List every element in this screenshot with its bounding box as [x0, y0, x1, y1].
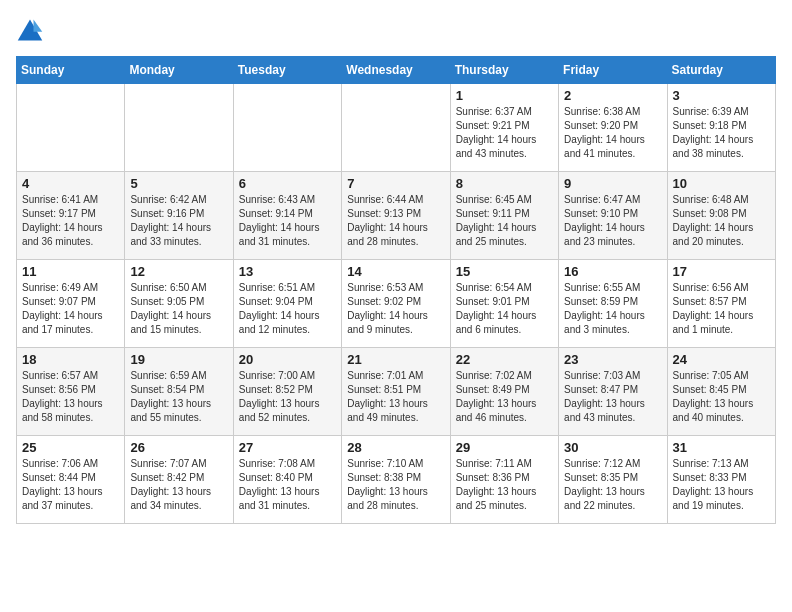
- calendar-cell: 27Sunrise: 7:08 AM Sunset: 8:40 PM Dayli…: [233, 436, 341, 524]
- calendar-cell: [17, 84, 125, 172]
- calendar-cell: 1Sunrise: 6:37 AM Sunset: 9:21 PM Daylig…: [450, 84, 558, 172]
- calendar-cell: 10Sunrise: 6:48 AM Sunset: 9:08 PM Dayli…: [667, 172, 775, 260]
- calendar-cell: [233, 84, 341, 172]
- day-header-monday: Monday: [125, 57, 233, 84]
- day-number: 6: [239, 176, 336, 191]
- calendar-cell: 30Sunrise: 7:12 AM Sunset: 8:35 PM Dayli…: [559, 436, 667, 524]
- calendar-body: 1Sunrise: 6:37 AM Sunset: 9:21 PM Daylig…: [17, 84, 776, 524]
- day-info: Sunrise: 6:37 AM Sunset: 9:21 PM Dayligh…: [456, 105, 553, 161]
- day-header-friday: Friday: [559, 57, 667, 84]
- calendar-cell: 28Sunrise: 7:10 AM Sunset: 8:38 PM Dayli…: [342, 436, 450, 524]
- day-number: 10: [673, 176, 770, 191]
- calendar-cell: 9Sunrise: 6:47 AM Sunset: 9:10 PM Daylig…: [559, 172, 667, 260]
- calendar-cell: 4Sunrise: 6:41 AM Sunset: 9:17 PM Daylig…: [17, 172, 125, 260]
- day-number: 7: [347, 176, 444, 191]
- calendar-cell: 5Sunrise: 6:42 AM Sunset: 9:16 PM Daylig…: [125, 172, 233, 260]
- calendar-week-2: 4Sunrise: 6:41 AM Sunset: 9:17 PM Daylig…: [17, 172, 776, 260]
- day-number: 11: [22, 264, 119, 279]
- day-info: Sunrise: 6:59 AM Sunset: 8:54 PM Dayligh…: [130, 369, 227, 425]
- day-info: Sunrise: 6:55 AM Sunset: 8:59 PM Dayligh…: [564, 281, 661, 337]
- day-number: 19: [130, 352, 227, 367]
- day-info: Sunrise: 6:51 AM Sunset: 9:04 PM Dayligh…: [239, 281, 336, 337]
- day-info: Sunrise: 6:39 AM Sunset: 9:18 PM Dayligh…: [673, 105, 770, 161]
- calendar-cell: 15Sunrise: 6:54 AM Sunset: 9:01 PM Dayli…: [450, 260, 558, 348]
- calendar-week-5: 25Sunrise: 7:06 AM Sunset: 8:44 PM Dayli…: [17, 436, 776, 524]
- day-info: Sunrise: 6:57 AM Sunset: 8:56 PM Dayligh…: [22, 369, 119, 425]
- calendar-cell: 24Sunrise: 7:05 AM Sunset: 8:45 PM Dayli…: [667, 348, 775, 436]
- day-info: Sunrise: 6:45 AM Sunset: 9:11 PM Dayligh…: [456, 193, 553, 249]
- day-info: Sunrise: 7:11 AM Sunset: 8:36 PM Dayligh…: [456, 457, 553, 513]
- day-number: 28: [347, 440, 444, 455]
- calendar-cell: 29Sunrise: 7:11 AM Sunset: 8:36 PM Dayli…: [450, 436, 558, 524]
- day-info: Sunrise: 7:01 AM Sunset: 8:51 PM Dayligh…: [347, 369, 444, 425]
- day-number: 2: [564, 88, 661, 103]
- day-info: Sunrise: 6:48 AM Sunset: 9:08 PM Dayligh…: [673, 193, 770, 249]
- day-number: 23: [564, 352, 661, 367]
- day-number: 12: [130, 264, 227, 279]
- day-number: 3: [673, 88, 770, 103]
- day-header-wednesday: Wednesday: [342, 57, 450, 84]
- day-number: 30: [564, 440, 661, 455]
- calendar-cell: 20Sunrise: 7:00 AM Sunset: 8:52 PM Dayli…: [233, 348, 341, 436]
- day-info: Sunrise: 6:53 AM Sunset: 9:02 PM Dayligh…: [347, 281, 444, 337]
- day-info: Sunrise: 7:12 AM Sunset: 8:35 PM Dayligh…: [564, 457, 661, 513]
- day-number: 26: [130, 440, 227, 455]
- calendar-header: SundayMondayTuesdayWednesdayThursdayFrid…: [17, 57, 776, 84]
- day-number: 25: [22, 440, 119, 455]
- page-header: [16, 16, 776, 44]
- calendar-cell: 12Sunrise: 6:50 AM Sunset: 9:05 PM Dayli…: [125, 260, 233, 348]
- day-number: 24: [673, 352, 770, 367]
- day-number: 22: [456, 352, 553, 367]
- calendar-table: SundayMondayTuesdayWednesdayThursdayFrid…: [16, 56, 776, 524]
- calendar-cell: 11Sunrise: 6:49 AM Sunset: 9:07 PM Dayli…: [17, 260, 125, 348]
- calendar-cell: [125, 84, 233, 172]
- calendar-cell: 13Sunrise: 6:51 AM Sunset: 9:04 PM Dayli…: [233, 260, 341, 348]
- calendar-cell: 17Sunrise: 6:56 AM Sunset: 8:57 PM Dayli…: [667, 260, 775, 348]
- calendar-cell: [342, 84, 450, 172]
- day-number: 27: [239, 440, 336, 455]
- day-info: Sunrise: 7:06 AM Sunset: 8:44 PM Dayligh…: [22, 457, 119, 513]
- day-number: 16: [564, 264, 661, 279]
- calendar-cell: 18Sunrise: 6:57 AM Sunset: 8:56 PM Dayli…: [17, 348, 125, 436]
- calendar-cell: 19Sunrise: 6:59 AM Sunset: 8:54 PM Dayli…: [125, 348, 233, 436]
- day-number: 9: [564, 176, 661, 191]
- day-number: 15: [456, 264, 553, 279]
- day-info: Sunrise: 6:49 AM Sunset: 9:07 PM Dayligh…: [22, 281, 119, 337]
- day-number: 14: [347, 264, 444, 279]
- day-number: 8: [456, 176, 553, 191]
- calendar-cell: 8Sunrise: 6:45 AM Sunset: 9:11 PM Daylig…: [450, 172, 558, 260]
- calendar-cell: 23Sunrise: 7:03 AM Sunset: 8:47 PM Dayli…: [559, 348, 667, 436]
- day-info: Sunrise: 7:10 AM Sunset: 8:38 PM Dayligh…: [347, 457, 444, 513]
- calendar-cell: 6Sunrise: 6:43 AM Sunset: 9:14 PM Daylig…: [233, 172, 341, 260]
- day-number: 5: [130, 176, 227, 191]
- header-row: SundayMondayTuesdayWednesdayThursdayFrid…: [17, 57, 776, 84]
- calendar-cell: 22Sunrise: 7:02 AM Sunset: 8:49 PM Dayli…: [450, 348, 558, 436]
- calendar-cell: 16Sunrise: 6:55 AM Sunset: 8:59 PM Dayli…: [559, 260, 667, 348]
- day-number: 13: [239, 264, 336, 279]
- day-number: 17: [673, 264, 770, 279]
- day-info: Sunrise: 6:43 AM Sunset: 9:14 PM Dayligh…: [239, 193, 336, 249]
- day-info: Sunrise: 7:00 AM Sunset: 8:52 PM Dayligh…: [239, 369, 336, 425]
- day-header-sunday: Sunday: [17, 57, 125, 84]
- day-info: Sunrise: 7:13 AM Sunset: 8:33 PM Dayligh…: [673, 457, 770, 513]
- day-number: 21: [347, 352, 444, 367]
- logo-icon: [16, 16, 44, 44]
- calendar-cell: 3Sunrise: 6:39 AM Sunset: 9:18 PM Daylig…: [667, 84, 775, 172]
- day-info: Sunrise: 6:44 AM Sunset: 9:13 PM Dayligh…: [347, 193, 444, 249]
- day-info: Sunrise: 6:50 AM Sunset: 9:05 PM Dayligh…: [130, 281, 227, 337]
- calendar-cell: 26Sunrise: 7:07 AM Sunset: 8:42 PM Dayli…: [125, 436, 233, 524]
- day-header-saturday: Saturday: [667, 57, 775, 84]
- calendar-cell: 2Sunrise: 6:38 AM Sunset: 9:20 PM Daylig…: [559, 84, 667, 172]
- logo: [16, 16, 48, 44]
- day-info: Sunrise: 6:47 AM Sunset: 9:10 PM Dayligh…: [564, 193, 661, 249]
- svg-marker-1: [34, 20, 43, 32]
- calendar-week-1: 1Sunrise: 6:37 AM Sunset: 9:21 PM Daylig…: [17, 84, 776, 172]
- calendar-week-3: 11Sunrise: 6:49 AM Sunset: 9:07 PM Dayli…: [17, 260, 776, 348]
- day-number: 31: [673, 440, 770, 455]
- day-number: 1: [456, 88, 553, 103]
- calendar-week-4: 18Sunrise: 6:57 AM Sunset: 8:56 PM Dayli…: [17, 348, 776, 436]
- day-number: 18: [22, 352, 119, 367]
- day-info: Sunrise: 6:54 AM Sunset: 9:01 PM Dayligh…: [456, 281, 553, 337]
- day-info: Sunrise: 6:38 AM Sunset: 9:20 PM Dayligh…: [564, 105, 661, 161]
- calendar-cell: 14Sunrise: 6:53 AM Sunset: 9:02 PM Dayli…: [342, 260, 450, 348]
